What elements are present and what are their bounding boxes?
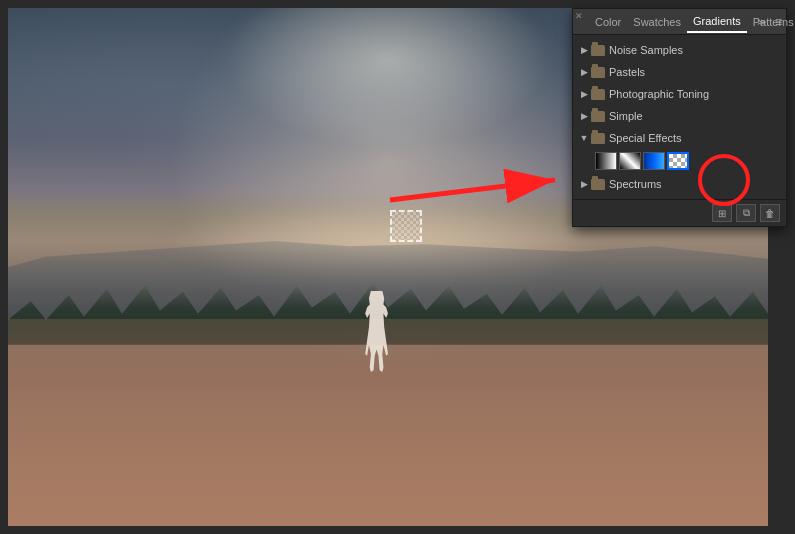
group-photographic-toning[interactable]: ▶ Photographic Toning bbox=[573, 83, 786, 105]
group-noise-samples[interactable]: ▶ Noise Samples bbox=[573, 39, 786, 61]
new-group-button[interactable]: ⊞ bbox=[712, 204, 732, 222]
chevron-photographic-toning: ▶ bbox=[579, 89, 589, 99]
folder-icon-noise-samples bbox=[591, 45, 605, 56]
group-label-special-effects: Special Effects bbox=[609, 132, 682, 144]
special-effects-swatches bbox=[573, 149, 786, 173]
swatch-blue[interactable] bbox=[643, 152, 665, 170]
group-label-photographic-toning: Photographic Toning bbox=[609, 88, 709, 100]
group-label-simple: Simple bbox=[609, 110, 643, 122]
panel-header: ✕ Color Swatches Gradients Patterns ≫ ≡ bbox=[573, 9, 786, 35]
swatch-black-white[interactable] bbox=[595, 152, 617, 170]
selection-cursor bbox=[390, 210, 422, 242]
duplicate-button[interactable]: ⧉ bbox=[736, 204, 756, 222]
group-label-spectrums: Spectrums bbox=[609, 178, 662, 190]
trash-icon: 🗑 bbox=[765, 208, 775, 219]
folder-new-icon: ⊞ bbox=[718, 208, 726, 219]
delete-button[interactable]: 🗑 bbox=[760, 204, 780, 222]
folder-icon-simple bbox=[591, 111, 605, 122]
panel-close-button[interactable]: ✕ bbox=[575, 11, 583, 21]
figure-body bbox=[358, 291, 396, 381]
group-simple[interactable]: ▶ Simple bbox=[573, 105, 786, 127]
chevron-special-effects: ▼ bbox=[579, 133, 589, 143]
folder-icon-photographic-toning bbox=[591, 89, 605, 100]
chevron-noise-samples: ▶ bbox=[579, 45, 589, 55]
group-label-noise-samples: Noise Samples bbox=[609, 44, 683, 56]
gradients-panel: ✕ Color Swatches Gradients Patterns ≫ ≡ … bbox=[572, 8, 787, 227]
chevron-spectrums: ▶ bbox=[579, 179, 589, 189]
chevron-pastels: ▶ bbox=[579, 67, 589, 77]
group-spectrums[interactable]: ▶ Spectrums bbox=[573, 173, 786, 195]
group-special-effects[interactable]: ▼ Special Effects bbox=[573, 127, 786, 149]
tab-color[interactable]: Color bbox=[589, 12, 627, 32]
group-pastels[interactable]: ▶ Pastels bbox=[573, 61, 786, 83]
group-label-pastels: Pastels bbox=[609, 66, 645, 78]
folder-icon-special-effects bbox=[591, 133, 605, 144]
folder-icon-spectrums bbox=[591, 179, 605, 190]
swatch-checkerboard[interactable] bbox=[667, 152, 689, 170]
figure-silhouette bbox=[358, 291, 396, 381]
swatch-diagonal[interactable] bbox=[619, 152, 641, 170]
tab-swatches[interactable]: Swatches bbox=[627, 12, 687, 32]
chevron-simple: ▶ bbox=[579, 111, 589, 121]
panel-content: ▶ Noise Samples ▶ Pastels ▶ Photographic… bbox=[573, 35, 786, 199]
tab-patterns[interactable]: Patterns bbox=[747, 12, 795, 32]
panel-menu-button[interactable]: ≡ bbox=[775, 15, 782, 29]
folder-icon-pastels bbox=[591, 67, 605, 78]
panel-toolbar: ⊞ ⧉ 🗑 bbox=[573, 199, 786, 226]
panel-collapse-button[interactable]: ≫ bbox=[757, 17, 766, 27]
tab-gradients[interactable]: Gradients bbox=[687, 11, 747, 33]
duplicate-icon: ⧉ bbox=[743, 207, 750, 219]
